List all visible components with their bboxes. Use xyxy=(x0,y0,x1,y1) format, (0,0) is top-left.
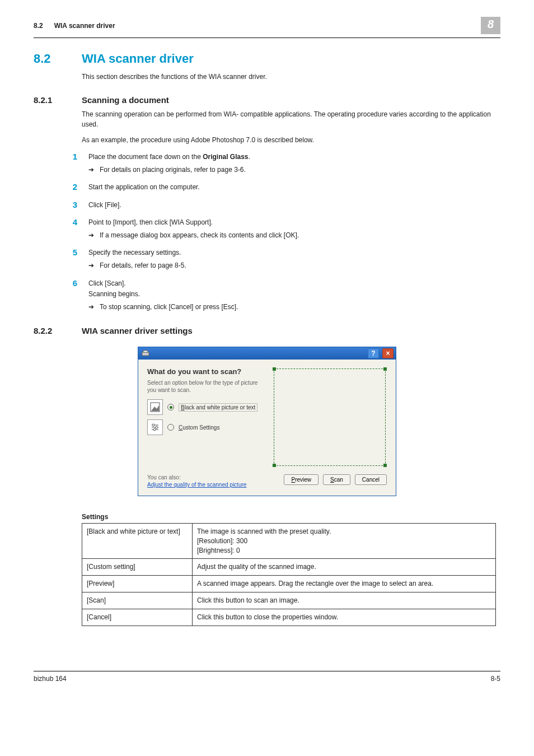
settings-block: Settings [Black and white picture or tex… xyxy=(82,513,500,626)
close-button[interactable]: × xyxy=(382,348,394,358)
arrow-icon: ➔ xyxy=(88,165,94,175)
arrow-icon: ➔ xyxy=(88,302,94,312)
dialog-subtext: Select an option below for the type of p… xyxy=(147,379,265,394)
adjust-quality-link[interactable]: Adjust the quality of the scanned pictur… xyxy=(147,482,246,488)
page-header-row: 8.2 WIA scanner driver 8 xyxy=(34,17,500,34)
step-text-line2: Scanning begins. xyxy=(88,289,500,300)
subsection-heading: 8.2.2 WIA scanner driver settings xyxy=(34,326,500,335)
setting-desc: Adjust the quality of the scanned image. xyxy=(193,559,496,576)
step-body: Place the document face down on the Orig… xyxy=(88,152,500,175)
scanner-icon xyxy=(142,349,149,357)
step-number: 3 xyxy=(67,200,77,211)
step-sub-text: To stop scanning, click [Cancel] or pres… xyxy=(100,302,238,312)
step-body: Point to [Import], then click [WIA Suppo… xyxy=(88,217,500,241)
step-number: 2 xyxy=(67,182,77,193)
option-custom-radio[interactable] xyxy=(167,424,174,431)
chapter-badge: 8 xyxy=(481,17,500,34)
step-number: 5 xyxy=(67,248,77,271)
step-text: Point to [Import], then click [WIA Suppo… xyxy=(88,218,213,226)
settings-caption: Settings xyxy=(82,513,500,521)
svg-rect-0 xyxy=(142,352,149,356)
setting-name: [Preview] xyxy=(82,576,193,592)
subsection-heading: 8.2.1 Scanning a document xyxy=(34,95,500,105)
step-body: Start the application on the computer. xyxy=(88,182,500,193)
step-text-post: . xyxy=(249,153,250,161)
custom-settings-icon xyxy=(147,419,163,435)
setting-desc: The image is scanned with the preset qua… xyxy=(193,524,496,559)
help-button[interactable]: ? xyxy=(368,348,379,358)
arrow-icon: ➔ xyxy=(88,230,94,241)
step-sub: ➔ For details on placing originals, refe… xyxy=(88,165,500,175)
table-row: [Black and white picture or text] The im… xyxy=(82,524,496,559)
svg-point-5 xyxy=(152,424,154,426)
selection-handle[interactable] xyxy=(383,367,387,371)
running-head-title: WIA scanner driver xyxy=(54,22,115,30)
table-row: [Scan] Click this button to scan an imag… xyxy=(82,592,496,609)
step-text: Specify the necessary settings. xyxy=(88,249,181,256)
setting-desc: Click this button to close the propertie… xyxy=(193,609,496,626)
preview-area[interactable]: Preview Scan Cancel xyxy=(273,367,387,485)
option-bw-radio[interactable] xyxy=(167,404,174,410)
step-item: 6 Click [Scan]. Scanning begins. ➔ To st… xyxy=(67,278,500,313)
running-head-num: 8.2 xyxy=(34,22,43,30)
svg-point-7 xyxy=(156,426,158,428)
setting-desc: A scanned image appears. Drag the rectan… xyxy=(193,576,496,592)
step-text-bold: Original Glass xyxy=(203,153,248,161)
step-sub-text: For details, refer to page 8-5. xyxy=(100,260,186,271)
step-item: 1 Place the document face down on the Or… xyxy=(67,152,500,175)
table-row: [Preview] A scanned image appears. Drag … xyxy=(82,576,496,592)
step-number: 1 xyxy=(67,152,77,175)
step-number: 6 xyxy=(67,278,77,313)
option-custom-label: Custom Settings xyxy=(179,424,219,431)
paragraph: As an example, the procedure using Adobe… xyxy=(82,135,500,145)
dialog-heading: What do you want to scan? xyxy=(147,367,265,376)
step-item: 4 Point to [Import], then click [WIA Sup… xyxy=(67,217,500,241)
step-sub: ➔ For details, refer to page 8-5. xyxy=(88,260,500,271)
preview-button[interactable]: Preview xyxy=(284,474,318,485)
paragraph: The scanning operation can be performed … xyxy=(82,109,500,129)
setting-name: [Scan] xyxy=(82,592,193,609)
step-sub: ➔ To stop scanning, click [Cancel] or pr… xyxy=(88,302,500,312)
selection-handle[interactable] xyxy=(273,367,276,371)
step-body: Click [File]. xyxy=(88,200,500,211)
step-body: Specify the necessary settings. ➔ For de… xyxy=(88,248,500,271)
page-footer: bizhub 164 8-5 xyxy=(34,671,500,683)
dialog-button-row: Preview Scan Cancel xyxy=(284,474,387,485)
selection-handle[interactable] xyxy=(273,464,276,467)
option-custom[interactable]: Custom Settings xyxy=(147,419,265,435)
setting-name: [Cancel] xyxy=(82,609,193,626)
step-sub-text: For details on placing originals, refer … xyxy=(100,165,246,175)
page: 8.2 WIA scanner driver 8 8.2 WIA scanner… xyxy=(0,0,534,711)
running-head: 8.2 WIA scanner driver xyxy=(34,22,481,30)
subsection-number: 8.2.1 xyxy=(34,95,65,105)
dialog-body: What do you want to scan? Select an opti… xyxy=(138,360,396,496)
setting-name: [Black and white picture or text] xyxy=(82,524,193,559)
step-body: Click [Scan]. Scanning begins. ➔ To stop… xyxy=(88,278,500,313)
option-bw[interactable]: Black and white picture or text xyxy=(147,399,265,415)
setting-desc: Click this button to scan an image. xyxy=(193,592,496,609)
dialog-left-panel: What do you want to scan? Select an opti… xyxy=(147,367,265,488)
step-item: 2 Start the application on the computer. xyxy=(67,182,500,193)
cancel-button[interactable]: Cancel xyxy=(355,474,387,485)
dialog-titlebar[interactable]: ? × xyxy=(138,347,396,360)
step-sub: ➔ If a message dialog box appears, check… xyxy=(88,230,500,241)
step-text: Click [Scan]. xyxy=(88,278,500,289)
step-number: 4 xyxy=(67,217,77,241)
option-bw-label: Black and white picture or text xyxy=(179,403,257,412)
subsection-title: Scanning a document xyxy=(82,95,169,105)
dialog-also-label: You can also: xyxy=(147,474,265,480)
wia-dialog: ? × What do you want to scan? Select an … xyxy=(138,347,396,496)
section-title: WIA scanner driver xyxy=(82,52,194,66)
selection-rect[interactable] xyxy=(274,368,386,466)
scan-button[interactable]: Scan xyxy=(323,474,350,485)
selection-handle[interactable] xyxy=(383,464,387,467)
setting-name: [Custom setting] xyxy=(82,559,193,576)
arrow-icon: ➔ xyxy=(88,260,94,271)
step-sub-text: If a message dialog box appears, check i… xyxy=(100,230,299,241)
step-item: 5 Specify the necessary settings. ➔ For … xyxy=(67,248,500,271)
subsection-title: WIA scanner driver settings xyxy=(82,326,193,335)
product-name: bizhub 164 xyxy=(34,675,67,683)
page-number: 8-5 xyxy=(491,675,500,683)
section-intro: This section describes the functions of … xyxy=(82,72,500,82)
header-rule xyxy=(34,38,500,38)
